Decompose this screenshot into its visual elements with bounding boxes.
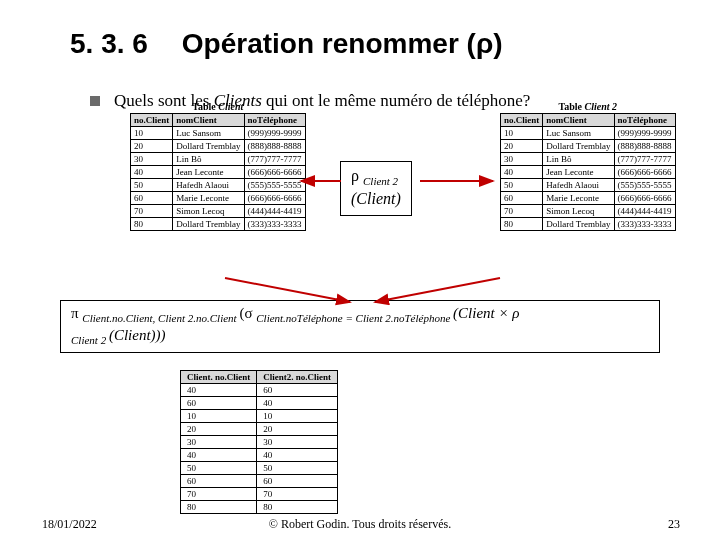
table-row: 4060 [181,384,338,397]
table-client2-caption: Table Client 2 [500,101,676,112]
table-row: 40Jean Leconte(666)666-6666 [131,166,306,179]
table-row: 1010 [181,410,338,423]
svg-line-3 [375,278,500,302]
svg-line-2 [225,278,350,302]
column-header: Client. no.Client [181,371,257,384]
table-row: 30Lin Bô(777)777-7777 [501,153,676,166]
table-row: 70Simon Lecoq(444)444-4419 [131,205,306,218]
slide-footer: 18/01/2022 © Robert Godin. Tous droits r… [0,517,720,532]
table-client-wrapper: Table Client no.ClientnomClientnoTélépho… [130,101,306,231]
table-row: 40Jean Leconte(666)666-6666 [501,166,676,179]
column-header: nomClient [543,114,614,127]
column-header: Client2. no.Client [257,371,338,384]
table-row: 3030 [181,436,338,449]
table-row: 10Luc Sansom(999)999-9999 [501,127,676,140]
projection-formula-box: π Client.no.Client, Client 2.no.Client (… [60,300,660,353]
arrow-icon [418,171,498,193]
column-header: no.Client [501,114,543,127]
column-header: noTéléphone [614,114,675,127]
rename-expression-box: ρ Client 2 (Client) [340,161,412,216]
column-header: noTéléphone [244,114,305,127]
table-row: 50Hafedh Alaoui(555)555-5555 [501,179,676,192]
table-row: 6060 [181,475,338,488]
table-row: 80Dollard Tremblay(333)333-3333 [501,218,676,231]
table-row: 20Dollard Tremblay(888)888-8888 [501,140,676,153]
section-number: 5. 3. 6 [70,28,148,60]
table-row: 60Marie Leconte(666)666-6666 [501,192,676,205]
slide-title: Opération renommer (ρ) [182,28,503,60]
table-row: 7070 [181,488,338,501]
table-row: 6040 [181,397,338,410]
column-header: nomClient [173,114,244,127]
footer-copyright: © Robert Godin. Tous droits réservés. [0,517,720,532]
table-row: 10Luc Sansom(999)999-9999 [131,127,306,140]
table-row: 80Dollard Tremblay(333)333-3333 [131,218,306,231]
table-row: 20Dollard Tremblay(888)888-8888 [131,140,306,153]
table-client2: no.ClientnomClientnoTéléphone10Luc Sanso… [500,113,676,231]
tables-area: Table Client no.ClientnomClientnoTélépho… [70,101,670,271]
table-row: 60Marie Leconte(666)666-6666 [131,192,306,205]
table-client: no.ClientnomClientnoTéléphone10Luc Sanso… [130,113,306,231]
table-row: 70Simon Lecoq(444)444-4419 [501,205,676,218]
table-row: 2020 [181,423,338,436]
table-client-caption: Table Client [130,101,306,112]
result-table: Client. no.ClientClient2. no.Client40606… [180,370,338,514]
table-client2-wrapper: Table Client 2 no.ClientnomClientnoTélép… [500,101,676,231]
table-row: 8080 [181,501,338,514]
table-row: 4040 [181,449,338,462]
column-header: no.Client [131,114,173,127]
table-row: 50Hafedh Alaoui(555)555-5555 [131,179,306,192]
table-row: 30Lin Bô(777)777-7777 [131,153,306,166]
result-table-wrapper: Client. no.ClientClient2. no.Client40606… [180,370,338,514]
table-row: 5050 [181,462,338,475]
